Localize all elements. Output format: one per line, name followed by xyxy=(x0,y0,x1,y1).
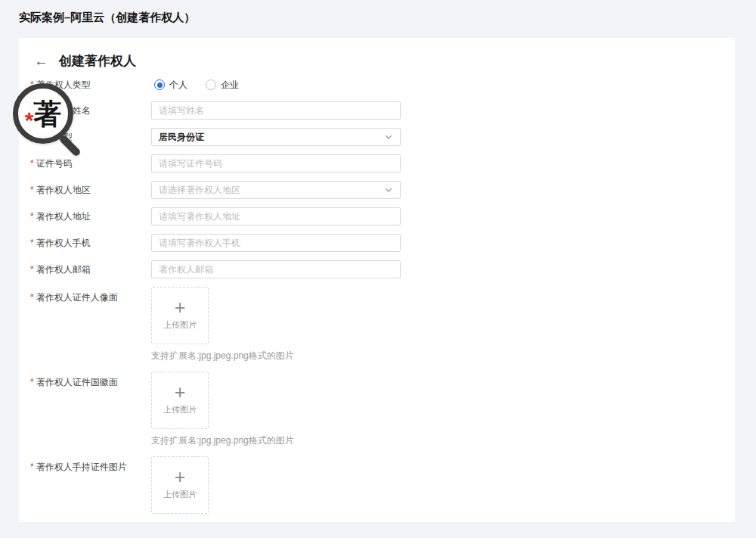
required-marker: * xyxy=(30,132,34,142)
form-row-address: *著作权人地址 xyxy=(19,207,735,225)
field-label-phone: *著作权人手机 xyxy=(19,237,151,250)
field-label-text: 证件号码 xyxy=(36,158,73,169)
phone-input[interactable] xyxy=(151,234,401,252)
upload-button-label: 上传图片 xyxy=(163,319,197,331)
field-label-upload-handheld: *著作权人手持证件图片 xyxy=(19,456,151,474)
radio-label-individual: 个人 xyxy=(169,79,187,92)
create-copyright-holder-panel: ← 创建著作权人 *著作权人类型 个人 企业 *著作权人姓名 xyxy=(19,38,735,522)
back-arrow-icon[interactable]: ← xyxy=(34,54,48,68)
form-row-phone: *著作权人手机 xyxy=(19,234,735,252)
field-label-region: *著作权人地区 xyxy=(19,184,151,197)
field-label-text: 著作权人手机 xyxy=(36,238,91,248)
form-row-holder-type: *著作权人类型 个人 企业 xyxy=(19,79,735,91)
address-input[interactable] xyxy=(151,207,401,225)
select-placeholder: 请选择著作权人地区 xyxy=(159,184,240,197)
page-title: 创建著作权人 xyxy=(59,52,136,70)
required-marker: * xyxy=(30,158,34,169)
field-label-text: 著作权人邮箱 xyxy=(36,264,91,275)
upload-portrait-button[interactable]: + 上传图片 xyxy=(151,287,209,344)
field-label-holder-type: *著作权人类型 xyxy=(19,79,151,92)
form-row-upload-handheld: *著作权人手持证件图片 + 上传图片 xyxy=(19,456,735,514)
form-row-id-number: *证件号码 xyxy=(19,154,735,173)
required-marker: * xyxy=(30,264,34,275)
radio-unselected-icon xyxy=(206,79,216,90)
form-row-region: *著作权人地区 请选择著作权人地区 xyxy=(19,181,735,199)
form-row-upload-portrait: *著作权人证件人像面 + 上传图片 支持扩展名:jpg.jpeg.png格式的图… xyxy=(19,287,735,362)
required-marker: * xyxy=(30,105,34,116)
upload-button-label: 上传图片 xyxy=(163,489,197,500)
field-label-upload-emblem: *著作权人证件国徽面 xyxy=(19,372,151,389)
radio-enterprise[interactable]: 企业 xyxy=(206,79,239,92)
copyright-holder-form: *著作权人类型 个人 企业 *著作权人姓名 xyxy=(19,79,735,514)
form-row-name: *著作权人姓名 xyxy=(19,101,735,120)
form-row-email: *著作权人邮箱 xyxy=(19,260,735,278)
upload-hint: 支持扩展名:jpg.jpeg.png格式的图片 xyxy=(151,350,401,362)
required-marker: * xyxy=(30,462,34,472)
upload-emblem-button[interactable]: + 上传图片 xyxy=(151,372,209,429)
plus-icon: + xyxy=(175,300,186,314)
field-label-id-number: *证件号码 xyxy=(19,157,151,170)
email-input[interactable] xyxy=(151,260,401,278)
upload-handheld-button[interactable]: + 上传图片 xyxy=(151,456,209,514)
field-label-text: 著作权人证件人像面 xyxy=(36,292,118,303)
holder-type-radio-group: 个人 企业 xyxy=(151,79,401,92)
id-type-select[interactable]: 居民身份证 xyxy=(151,128,401,146)
upload-button-label: 上传图片 xyxy=(163,404,197,415)
radio-label-enterprise: 企业 xyxy=(221,79,239,92)
field-label-text: 证件类型 xyxy=(36,132,73,142)
field-label-text: 著作权人地址 xyxy=(36,211,91,222)
field-label-upload-portrait: *著作权人证件人像面 xyxy=(19,287,151,304)
id-number-input[interactable] xyxy=(151,154,401,173)
field-label-text: 著作权人类型 xyxy=(36,79,91,90)
radio-selected-icon xyxy=(154,79,165,90)
form-row-upload-emblem: *著作权人证件国徽面 + 上传图片 支持扩展名:jpg.jpeg.png格式的图… xyxy=(19,372,735,447)
required-marker: * xyxy=(30,211,34,222)
form-row-id-type: *证件类型 居民身份证 xyxy=(19,128,735,146)
field-label-name: *著作权人姓名 xyxy=(19,104,151,117)
radio-individual[interactable]: 个人 xyxy=(154,79,187,92)
field-label-text: 著作权人手持证件图片 xyxy=(36,462,127,472)
chevron-down-icon xyxy=(384,185,393,194)
field-label-text: 著作权人证件国徽面 xyxy=(36,377,118,387)
field-label-id-type: *证件类型 xyxy=(19,131,151,144)
plus-icon: + xyxy=(175,470,186,484)
required-marker: * xyxy=(30,238,34,248)
name-input[interactable] xyxy=(151,101,401,120)
required-marker: * xyxy=(30,185,34,195)
upload-hint: 支持扩展名:jpg.jpeg.png格式的图片 xyxy=(151,434,401,447)
required-marker: * xyxy=(30,292,34,303)
region-select[interactable]: 请选择著作权人地区 xyxy=(151,181,401,199)
field-label-text: 著作权人地区 xyxy=(36,185,91,195)
required-marker: * xyxy=(30,79,34,90)
panel-header: ← 创建著作权人 xyxy=(19,38,735,71)
field-label-text: 著作权人姓名 xyxy=(36,105,91,116)
field-label-address: *著作权人地址 xyxy=(19,210,151,223)
plus-icon: + xyxy=(175,385,186,399)
required-marker: * xyxy=(30,377,34,387)
window-title: 实际案例–阿里云（创建著作权人） xyxy=(19,11,195,25)
select-value: 居民身份证 xyxy=(159,131,204,144)
field-label-email: *著作权人邮箱 xyxy=(19,263,151,276)
chevron-down-icon xyxy=(384,132,393,141)
